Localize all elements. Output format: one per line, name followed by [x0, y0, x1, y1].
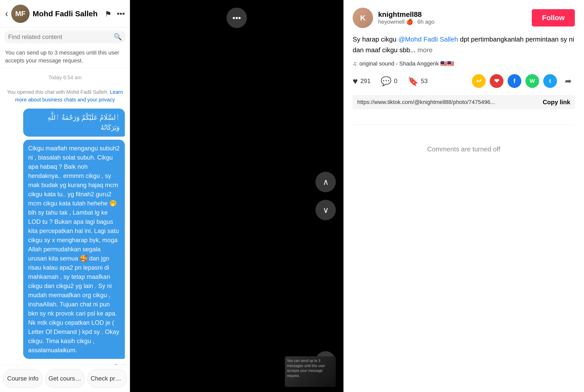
contact-name: Mohd Fadli Salleh — [33, 9, 102, 18]
caption-prefix: Sy harap cikgu — [353, 35, 398, 43]
header-actions: ⚑ ••• — [105, 9, 125, 18]
post-header: K knightmell88 heyowmell 🍎 · 6h ago Foll… — [353, 8, 575, 28]
course-info-button[interactable]: Course info — [3, 369, 43, 388]
avatar: MF — [11, 5, 30, 23]
tiktok-repost-icon[interactable]: ↩ — [472, 74, 486, 88]
bottom-action-buttons: Course info Get course materials Check p… — [0, 365, 130, 392]
follow-button[interactable]: Follow — [532, 9, 575, 27]
comment-action[interactable]: 💬 0 — [381, 76, 397, 86]
like-action[interactable]: ♥ 291 — [353, 76, 370, 86]
divider — [353, 125, 575, 125]
message-long: Cikgu maaflah mengangu subuh2 ni , biasa… — [23, 140, 125, 359]
facebook-share-icon[interactable]: f — [508, 74, 521, 88]
bookmark-icon: 🔖 — [408, 76, 418, 86]
share-icons: ↩ ❤ f W t ➦ — [472, 74, 575, 88]
post-link-url: https://www.tiktok.com/@knightmell88/pho… — [357, 99, 540, 106]
date-divider: Today 6:54 am — [5, 75, 125, 81]
avatar-placeholder: MF — [11, 5, 30, 23]
music-note-icon: ♫ — [353, 60, 357, 67]
hearts-share-icon[interactable]: ❤ — [490, 74, 503, 88]
post-caption: Sy harap cikgu @Mohd Fadli Salleh dpt pe… — [353, 34, 575, 55]
flag-icon[interactable]: ⚑ — [105, 9, 112, 18]
whatsapp-share-icon[interactable]: W — [525, 74, 539, 88]
video-panel: ••• ∧ ∨ 🔊 You can send up to 3 messages … — [130, 0, 343, 392]
bookmark-action[interactable]: 🔖 53 — [408, 76, 428, 86]
message-arabic: ٱلسَّلَامُ عَلَيْكُمْ وَرَحْمَةُ ٱللَّهِ… — [23, 109, 125, 137]
thumb-inner: You can send up to 3 messages until this… — [285, 356, 336, 387]
comment-icon: 💬 — [381, 76, 391, 86]
bookmark-count: 53 — [421, 77, 428, 85]
post-meta: heyowmell 🍎 · 6h ago — [378, 19, 527, 25]
like-icon: ♥ — [353, 76, 358, 86]
video-more-button[interactable]: ••• — [227, 8, 247, 28]
copy-link-button[interactable]: Copy link — [543, 99, 570, 106]
comment-count: 0 — [394, 77, 397, 85]
chevron-up-icon: ∧ — [323, 177, 329, 187]
apple-icon: 🍎 — [406, 19, 413, 25]
post-link-row: https://www.tiktok.com/@knightmell88/pho… — [353, 95, 575, 109]
caption-mention[interactable]: @Mohd Fadli Salleh — [398, 35, 458, 43]
search-bar[interactable]: 🔍 — [4, 30, 126, 43]
scroll-up-button[interactable]: ∧ — [315, 172, 336, 192]
video-controls: ∧ ∨ — [315, 172, 336, 220]
chat-header: ‹ MF Mohd Fadli Salleh ⚑ ••• — [0, 0, 130, 28]
post-time: 6h ago — [417, 19, 434, 25]
message-request-notice: You can send up to 3 messages until this… — [0, 46, 130, 68]
sound-text: original sound - Shada Anggerik 🇲🇾🇲🇾 — [360, 60, 454, 67]
post-app-name: heyowmell — [378, 19, 405, 25]
twitter-share-icon[interactable]: t — [543, 74, 557, 88]
get-materials-button[interactable]: Get course materials — [45, 369, 85, 388]
more-icon: ••• — [232, 13, 241, 23]
tiktok-post-panel: K knightmell88 heyowmell 🍎 · 6h ago Foll… — [343, 0, 584, 392]
search-input[interactable] — [8, 33, 111, 41]
check-promotions-button[interactable]: Check promotions — [87, 369, 127, 388]
more-options-icon[interactable]: ••• — [117, 9, 125, 18]
scroll-down-button[interactable]: ∨ — [315, 200, 336, 220]
thumb-text: You can send up to 3 messages until this… — [287, 358, 334, 378]
thumbnail-overlay[interactable]: You can send up to 3 messages until this… — [285, 356, 336, 387]
post-username: knightmell88 — [378, 10, 527, 19]
sent-label: Sent — [5, 363, 125, 365]
post-avatar: K — [353, 8, 373, 28]
caption-more-link[interactable]: more — [416, 46, 432, 54]
forward-share-icon[interactable]: ➦ — [561, 74, 575, 88]
chat-panel: ‹ MF Mohd Fadli Salleh ⚑ ••• 🔍 You can s… — [0, 0, 130, 392]
post-sound[interactable]: ♫ original sound - Shada Anggerik 🇲🇾🇲🇾 — [353, 60, 575, 67]
post-actions: ♥ 291 💬 0 🔖 53 ↩ ❤ f W t ➦ — [353, 74, 575, 88]
back-button[interactable]: ‹ — [5, 9, 8, 18]
chevron-down-icon: ∨ — [323, 205, 329, 215]
chat-opened-notice: You opened this chat with Mohd Fadli Sal… — [5, 88, 125, 103]
comments-off-notice: Comments are turned off — [353, 145, 575, 153]
like-count: 291 — [360, 77, 370, 85]
meta-dot: · — [415, 19, 416, 25]
search-icon[interactable]: 🔍 — [114, 33, 122, 41]
chat-messages: Today 6:54 am You opened this chat with … — [0, 68, 130, 365]
post-user-info: knightmell88 heyowmell 🍎 · 6h ago — [378, 10, 527, 25]
